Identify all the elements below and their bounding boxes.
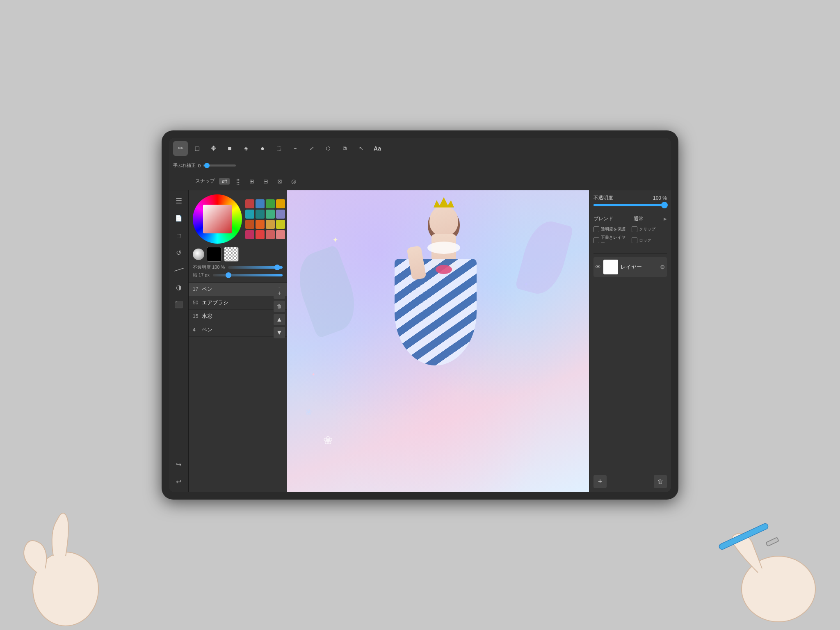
left-hand-overlay [0, 466, 131, 630]
eyedropper-btn[interactable]: ⌁ [288, 141, 303, 156]
lock-box [632, 237, 637, 243]
palette-icon[interactable]: ◑ [171, 280, 186, 294]
snap-grid-icon[interactable]: ⊞ [246, 176, 258, 187]
swatch-item[interactable] [276, 220, 285, 229]
layer-opacity-slider[interactable] [593, 204, 667, 206]
brush-icon[interactable]: ╱ [169, 260, 189, 281]
color-wheel-area [193, 194, 283, 244]
layer-settings-icon[interactable]: ⚙ [660, 264, 665, 270]
swatch-item[interactable] [256, 210, 265, 219]
swatch-item[interactable] [245, 210, 254, 219]
stabilizer-label: 手ぶれ補正 [173, 162, 196, 169]
menu-icon[interactable]: ☰ [171, 194, 186, 208]
brush-size-row: 幅 17 px [193, 272, 283, 278]
text-btn[interactable]: Aa [370, 141, 385, 156]
layers-icon[interactable]: ⬛ [171, 297, 186, 312]
stabilizer-slider[interactable] [203, 164, 236, 167]
brush-size-label: 幅 17 px [193, 272, 210, 278]
snap-lines-icon[interactable]: ⣿ [232, 176, 244, 187]
brush-name: ペン [202, 326, 283, 333]
blend-mode-row: ブレンド 通常 ▶ [593, 215, 667, 222]
layer-item[interactable]: 👁 レイヤー ⚙ [593, 257, 667, 277]
layer-bottom-actions: + 🗑 [593, 472, 667, 488]
select-icon[interactable]: ⬚ [171, 228, 186, 243]
move-brush-up-btn[interactable]: ▲ [274, 314, 285, 325]
clip-checkbox[interactable]: クリップ [632, 226, 667, 232]
tablet-device: ✏ ◻ ✥ ■ ◈ ● ⬚ ⌁ ⤢ ⬡ ⧉ ↖ Aa 手ぶれ補正 0 スナップ … [162, 130, 678, 500]
layer-opacity-thumb [661, 202, 668, 208]
add-brush-btn[interactable]: + [274, 288, 285, 299]
swatch-item[interactable] [266, 220, 275, 229]
undo-icon[interactable]: ↩ [171, 474, 186, 489]
layer-checkboxes: 透明度を保護 クリップ 下書きレイヤー ロック [593, 226, 667, 246]
layer-opacity-value: 100 % [653, 195, 667, 201]
color-saturation-box[interactable] [203, 205, 232, 233]
brush-section-wrap: 17 ペン ⚙ 50 エアブラシ 15 水彩 [189, 283, 287, 492]
lock-checkbox[interactable]: ロック [632, 235, 667, 246]
swatch-item[interactable] [245, 220, 254, 229]
brush-name: 水彩 [202, 313, 283, 320]
swatch-item[interactable] [256, 220, 265, 229]
swatch-item[interactable] [266, 199, 275, 208]
select-arrow-btn[interactable]: ↖ [354, 141, 368, 156]
brush-opacity-row: 不透明度 100 % [193, 264, 283, 270]
snap-cross-icon[interactable]: ⊠ [274, 176, 285, 187]
main-area: ☰ 📄 ⬚ ↺ ╱ ◑ ⬛ ↪ ↩ [169, 190, 671, 492]
swatch-item[interactable] [276, 199, 285, 208]
snap-label: スナップ [195, 178, 215, 185]
background-color[interactable] [224, 247, 239, 262]
new-file-icon[interactable]: 📄 [171, 211, 186, 226]
color-swatches [245, 199, 285, 239]
redo-icon[interactable]: ↪ [171, 457, 186, 472]
left-panel: 不透明度 100 % 幅 17 px [189, 190, 287, 492]
snap-circle-icon[interactable]: ◎ [288, 176, 299, 187]
color-wheel[interactable] [193, 194, 242, 244]
blend-dropdown-icon[interactable]: ▶ [664, 217, 667, 221]
swatch-item[interactable] [256, 230, 265, 239]
add-layer-button[interactable]: + [593, 475, 607, 488]
swatch-item[interactable] [276, 230, 285, 239]
canvas-area[interactable]: ✦ ✦ ✦ ❀ ❀ [287, 190, 589, 492]
underlay-checkbox[interactable]: 下書きレイヤー [593, 235, 629, 246]
foreground-color[interactable] [207, 247, 221, 262]
character-figure [386, 205, 501, 443]
eraser-tool-btn[interactable]: ◻ [189, 141, 204, 156]
protect-alpha-checkbox[interactable]: 透明度を保護 [593, 226, 629, 232]
swatch-item[interactable] [245, 199, 254, 208]
brush-size-num: 15 [193, 313, 202, 319]
swatch-item[interactable] [256, 199, 265, 208]
brush-opacity-slider[interactable] [228, 266, 283, 269]
swatch-item[interactable] [276, 210, 285, 219]
fill-rect-btn[interactable]: ■ [222, 141, 237, 156]
expand-btn[interactable]: ▼ [274, 327, 285, 338]
layer-opacity-label: 不透明度 [593, 194, 613, 201]
fill-btn[interactable]: ◈ [239, 141, 253, 156]
swatch-item[interactable] [245, 230, 254, 239]
svg-point-1 [742, 556, 815, 622]
brush-size-slider[interactable] [213, 274, 283, 276]
move-tool-btn[interactable]: ✥ [206, 141, 221, 156]
swatch-item[interactable] [266, 210, 275, 219]
right-hand-overlay [676, 474, 840, 630]
clip-label: クリップ [639, 226, 655, 232]
brush-side-actions: + 🗑 ▲ ▼ [272, 286, 287, 340]
pencil-tool-btn[interactable]: ✏ [173, 141, 188, 156]
dot-btn[interactable]: ● [255, 141, 270, 156]
tablet-screen: ✏ ◻ ✥ ■ ◈ ● ⬚ ⌁ ⤢ ⬡ ⧉ ↖ Aa 手ぶれ補正 0 スナップ … [169, 138, 671, 492]
layer-move-btn[interactable]: ⧉ [337, 141, 352, 156]
lasso-btn[interactable]: ⬡ [321, 141, 336, 156]
select-rect-btn[interactable]: ⬚ [272, 141, 286, 156]
snap-parallel-icon[interactable]: ⊟ [260, 176, 272, 187]
blend-value: 通常 [634, 215, 644, 222]
protect-alpha-box [593, 226, 599, 232]
color-picker-icon[interactable] [193, 249, 204, 260]
transform-btn[interactable]: ⤢ [304, 141, 319, 156]
delete-brush-btn[interactable]: 🗑 [274, 301, 285, 312]
swatch-item[interactable] [266, 230, 275, 239]
delete-layer-button[interactable]: 🗑 [654, 475, 667, 488]
snap-off-button[interactable]: off [219, 178, 230, 185]
rotate-icon[interactable]: ↺ [171, 245, 186, 260]
svg-rect-3 [766, 537, 778, 546]
layer-visibility-icon[interactable]: 👁 [595, 264, 601, 270]
layer-name-label: レイヤー [621, 263, 657, 271]
